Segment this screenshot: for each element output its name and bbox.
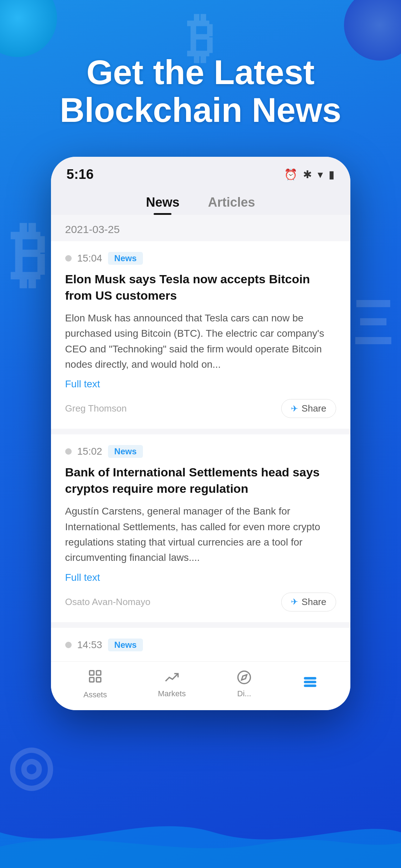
- news-content: 2021-03-25 15:04 News Elon Musk says Tes…: [51, 215, 350, 661]
- news-author-1: Greg Thomson: [65, 403, 127, 414]
- bg-decoration-tr: [344, 0, 401, 61]
- news-time-3: 14:53: [77, 639, 102, 651]
- nav-discover[interactable]: Di...: [237, 670, 252, 698]
- nav-discover-label: Di...: [237, 689, 251, 698]
- svg-marker-5: [242, 675, 247, 680]
- battery-icon: ▮: [329, 168, 335, 181]
- news-time-2: 15:02: [77, 446, 102, 457]
- news-title-1: Elon Musk says Tesla now accepts Bitcoin…: [65, 271, 336, 304]
- share-icon-2: ✈: [291, 597, 298, 607]
- bg-icon-right: Ξ: [353, 285, 394, 359]
- news-footer-2: Osato Avan-Nomayo ✈ Share: [65, 593, 336, 611]
- status-icons: ⏰ ✱ ▾ ▮: [284, 168, 335, 181]
- nav-assets[interactable]: Assets: [83, 669, 107, 699]
- news-author-2: Osato Avan-Nomayo: [65, 596, 150, 608]
- svg-rect-1: [96, 671, 101, 675]
- news-body-1: Elon Musk has announced that Tesla cars …: [65, 310, 336, 372]
- svg-point-4: [238, 671, 251, 683]
- nav-markets[interactable]: Markets: [158, 670, 186, 698]
- news-footer-1: Greg Thomson ✈ Share: [65, 399, 336, 418]
- bluetooth-icon: ✱: [303, 168, 312, 181]
- menu-icon: [303, 675, 318, 691]
- svg-rect-8: [304, 685, 316, 686]
- tab-articles[interactable]: Articles: [208, 195, 255, 215]
- news-dot-3: [65, 642, 72, 648]
- svg-rect-0: [89, 671, 94, 675]
- news-item-3-partial: 14:53 News: [51, 628, 350, 661]
- svg-rect-2: [89, 677, 94, 682]
- share-button-2[interactable]: ✈ Share: [281, 593, 336, 611]
- news-meta-3: 14:53 News: [65, 639, 336, 651]
- news-title-2: Bank of International Settlements head s…: [65, 464, 336, 497]
- bg-icon-bottom: ◎: [7, 735, 54, 797]
- news-body-2: Agustín Carstens, general manager of the…: [65, 503, 336, 565]
- bg-decoration-tl: [0, 0, 57, 57]
- bottom-nav: Assets Markets Di...: [51, 661, 350, 710]
- nav-markets-label: Markets: [158, 689, 186, 698]
- share-button-1[interactable]: ✈ Share: [281, 399, 336, 418]
- share-icon-1: ✈: [291, 404, 298, 414]
- svg-rect-7: [304, 681, 316, 683]
- nav-menu[interactable]: [303, 675, 318, 694]
- svg-rect-6: [304, 677, 316, 679]
- hero-line1: Get the Latest: [0, 53, 401, 91]
- news-fulltext-2[interactable]: Full text: [65, 572, 336, 583]
- news-badge-2: News: [108, 445, 143, 458]
- alarm-icon: ⏰: [284, 168, 297, 181]
- tab-news[interactable]: News: [146, 195, 179, 215]
- assets-icon: [88, 669, 103, 687]
- news-item-2: 15:02 News Bank of International Settlem…: [51, 434, 350, 622]
- news-meta-2: 15:02 News: [65, 445, 336, 458]
- news-fulltext-1[interactable]: Full text: [65, 378, 336, 390]
- news-item-1: 15:04 News Elon Musk says Tesla now acce…: [51, 241, 350, 429]
- markets-icon: [164, 670, 179, 686]
- phone-mockup: 5:16 ⏰ ✱ ▾ ▮ News Articles 2021-03-25 15…: [51, 157, 350, 710]
- wifi-icon: ▾: [318, 168, 323, 181]
- wave-decoration: [0, 797, 401, 868]
- news-badge-3: News: [108, 639, 143, 651]
- discover-icon: [237, 670, 252, 686]
- hero-line2: Blockchain News: [0, 91, 401, 129]
- news-badge-1: News: [108, 252, 143, 265]
- news-dot-1: [65, 255, 72, 262]
- news-meta-1: 15:04 News: [65, 252, 336, 265]
- news-dot-2: [65, 448, 72, 455]
- status-time: 5:16: [67, 167, 94, 182]
- bg-icon-left: ₿: [11, 214, 46, 296]
- tab-bar: News Articles: [51, 188, 350, 215]
- status-bar: 5:16 ⏰ ✱ ▾ ▮: [51, 157, 350, 188]
- news-time-1: 15:04: [77, 253, 102, 264]
- nav-assets-label: Assets: [83, 690, 107, 699]
- svg-rect-3: [96, 677, 101, 682]
- date-header: 2021-03-25: [51, 215, 350, 241]
- hero-section: Get the Latest Blockchain News: [0, 53, 401, 129]
